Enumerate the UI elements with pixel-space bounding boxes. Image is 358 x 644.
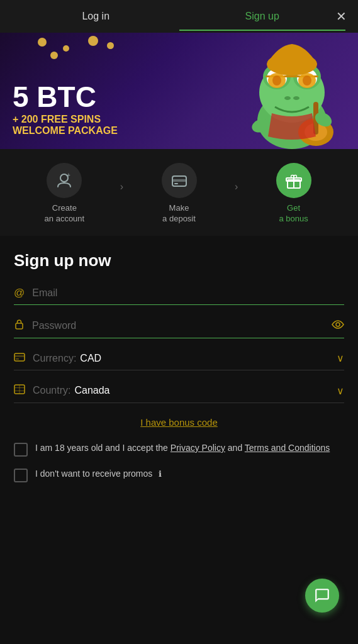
arrow-2: › (231, 181, 242, 192)
svg-rect-27 (16, 323, 23, 329)
currency-icon (14, 352, 25, 365)
terms-conditions-link[interactable]: Terms and Conditions (245, 443, 330, 453)
create-account-icon: + (47, 163, 82, 198)
svg-point-28 (336, 323, 340, 326)
tab-signup[interactable]: Sign up (179, 2, 346, 31)
step-deposit: Makea deposit (127, 163, 231, 225)
svg-rect-23 (174, 183, 178, 184)
create-label: Createan account (45, 203, 85, 225)
chat-icon (314, 587, 330, 604)
currency-value: CAD (80, 353, 337, 364)
banner-spins: + 200 FREE SPINS (13, 114, 118, 125)
svg-point-12 (293, 96, 299, 100)
coin-decoration (107, 42, 114, 49)
lock-icon (14, 319, 25, 333)
country-value: Canada (74, 385, 337, 396)
svg-text:+: + (67, 172, 70, 179)
coin-decoration (38, 38, 47, 47)
no-promos-row: I don't want to receive promos ℹ (14, 468, 344, 482)
age-consent-checkbox[interactable] (14, 443, 28, 457)
country-chevron-icon: ∨ (337, 385, 344, 397)
no-promos-checkbox[interactable] (14, 469, 28, 482)
password-input-group (14, 319, 344, 338)
svg-rect-22 (172, 179, 186, 182)
show-password-icon[interactable] (332, 319, 344, 332)
coin-decoration (88, 36, 98, 46)
coin-decoration (63, 45, 69, 52)
deposit-icon (162, 163, 197, 198)
privacy-policy-link[interactable]: Privacy Policy (171, 443, 225, 453)
country-select[interactable]: Country: Canada ∨ (14, 384, 344, 403)
banner-text: 5 BTC + 200 FREE SPINS WELCOME PACKAGE (13, 82, 118, 136)
currency-select[interactable]: Currency: CAD ∨ (14, 352, 344, 370)
banner-welcome: WELCOME PACKAGE (13, 125, 118, 136)
bonus-icon (276, 163, 311, 198)
step-bonus: Geta bonus (242, 163, 345, 225)
form-title: Sign up now (14, 251, 344, 270)
at-icon: @ (14, 287, 25, 299)
country-icon (14, 384, 25, 397)
svg-point-9 (272, 75, 281, 86)
svg-rect-30 (14, 355, 25, 357)
promo-banner: 5 BTC + 200 FREE SPINS WELCOME PACKAGE (0, 33, 358, 149)
bonus-label: Geta bonus (279, 203, 308, 225)
tab-bar: Log in Sign up ✕ (0, 0, 358, 33)
arrow-1: › (116, 181, 127, 192)
steps-section: + Createan account › Makea deposit › (0, 149, 358, 236)
svg-rect-29 (14, 353, 25, 361)
svg-rect-31 (16, 358, 19, 360)
frog-illustration (226, 36, 358, 149)
form-section: Sign up now @ Curren (0, 236, 358, 509)
frog-svg (234, 39, 350, 149)
password-field[interactable] (32, 320, 332, 331)
svg-point-10 (303, 75, 311, 86)
coin-decoration (50, 52, 58, 59)
no-promos-text: I don't want to receive promos ℹ (35, 468, 162, 480)
info-icon[interactable]: ℹ (159, 469, 162, 479)
banner-btc: 5 BTC (13, 82, 118, 111)
chat-button[interactable] (305, 579, 339, 613)
close-button[interactable]: ✕ (336, 10, 347, 23)
bonus-code-section: I have bonus code (14, 417, 344, 428)
currency-label: Currency: (33, 353, 76, 364)
country-label: Country: (33, 385, 70, 396)
email-input-group: @ (14, 287, 344, 305)
email-field[interactable] (32, 287, 344, 299)
bonus-code-link[interactable]: I have bonus code (140, 417, 218, 428)
age-consent-row: I am 18 years old and I accept the Priva… (14, 442, 344, 457)
deposit-label: Makea deposit (162, 203, 196, 225)
tab-login[interactable]: Log in (13, 2, 179, 31)
svg-point-11 (284, 96, 291, 100)
currency-chevron-icon: ∨ (337, 352, 344, 364)
age-consent-text: I am 18 years old and I accept the Priva… (35, 442, 330, 455)
step-create: + Createan account (13, 163, 116, 225)
